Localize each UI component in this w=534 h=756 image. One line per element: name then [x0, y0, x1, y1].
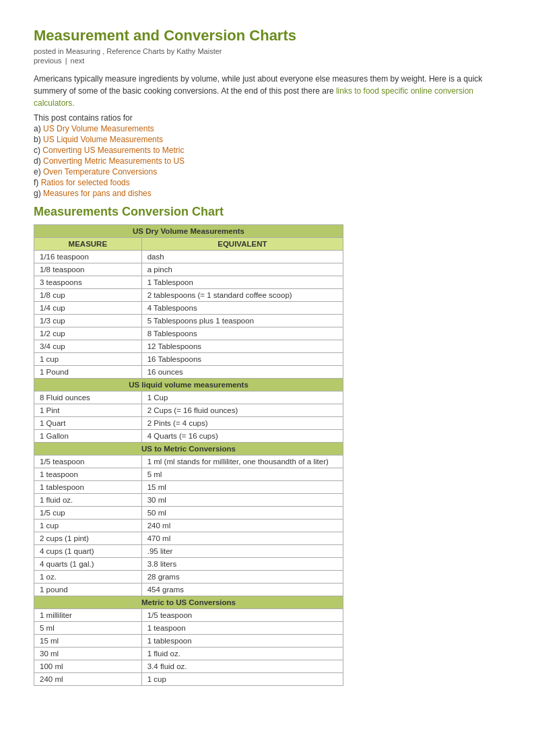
list-item-b: b) US Liquid Volume Measurements [34, 135, 500, 144]
table-row: 1/3 cup5 Tablespoons plus 1 teaspoon [34, 315, 343, 327]
table-row: 8 Fluid ounces1 Cup [34, 391, 343, 404]
col-measure-label: MEASURE [34, 238, 142, 251]
table-row: 1/4 cup4 Tablespoons [34, 302, 343, 315]
table-row: 1 Pound16 ounces [34, 366, 343, 379]
intro-paragraph: Americans typically measure ingredients … [34, 73, 500, 109]
table-row: 1/2 cup8 Tablespoons [34, 327, 343, 340]
table-row: 4 quarts (1 gal.)3.8 liters [34, 558, 343, 571]
nav-links: previous | next [34, 57, 500, 65]
section-header-dry: US Dry Volume Measurements [34, 225, 343, 238]
post-meta: posted in Measuring , Reference Charts b… [34, 47, 500, 55]
liquid-header-cell: US liquid volume measurements [34, 379, 343, 391]
list-item-a: a) US Dry Volume Measurements [34, 124, 500, 133]
table-row: 1 teaspoon5 ml [34, 468, 343, 481]
col-equivalent-label: EQUIVALENT [141, 238, 343, 251]
list-item-e: e) Oven Temperature Conversions [34, 167, 500, 177]
nav-previous[interactable]: previous [34, 57, 62, 65]
dry-header-cell: US Dry Volume Measurements [34, 225, 343, 238]
table-row: 100 ml3.4 fluid oz. [34, 660, 343, 673]
category-reference[interactable]: Reference Charts [106, 47, 164, 55]
table-row: 1 tablespoon15 ml [34, 481, 343, 494]
list-item-f: f) Ratios for selected foods [34, 178, 500, 187]
table-row: 2 cups (1 pint)470 ml [34, 532, 343, 545]
table-row: 1 pound454 grams [34, 584, 343, 596]
nav-next[interactable]: next [71, 57, 85, 65]
page-title: Measurement and Conversion Charts [34, 27, 500, 44]
table-row: 1 cup240 ml [34, 519, 343, 532]
meta-by: by Kathy Maister [167, 47, 222, 55]
table-row: 1 Quart2 Pints (= 4 cups) [34, 417, 343, 430]
table-row: 1 Gallon4 Quarts (= 16 cups) [34, 430, 343, 443]
table-row: 15 ml1 tablespoon [34, 635, 343, 648]
table-row: 240 ml1 cup [34, 673, 343, 686]
table-row: 5 ml1 teaspoon [34, 622, 343, 635]
table-row: 1/5 teaspoon1 ml (ml stands for millilit… [34, 455, 343, 468]
table-row: 30 ml1 fluid oz. [34, 648, 343, 660]
table-row: 1/5 cup50 ml [34, 507, 343, 519]
section-header-us-metric: US to Metric Conversions [34, 443, 343, 455]
table-row: 4 cups (1 quart).95 liter [34, 545, 343, 558]
table-row: 3/4 cup12 Tablespoons [34, 340, 343, 353]
section-header-liquid: US liquid volume measurements [34, 379, 343, 391]
table-row: 1/16 teaspoondash [34, 251, 343, 263]
table-row: 1 fluid oz.30 ml [34, 494, 343, 507]
conversion-table: US Dry Volume Measurements MEASURE EQUIV… [34, 224, 343, 686]
table-row: 1 milliliter1/5 teaspoon [34, 609, 343, 622]
list-item-g: g) Measures for pans and dishes [34, 189, 500, 198]
table-row: 1 cup16 Tablespoons [34, 353, 343, 366]
table-row: 1 oz.28 grams [34, 571, 343, 584]
list-item-c: c) Converting US Measurements to Metric [34, 146, 500, 155]
table-row: 3 teaspoons1 Tablespoon [34, 276, 343, 289]
contains-ratios: This post contains ratios for [34, 113, 500, 123]
nav-separator: | [65, 57, 67, 65]
meta-posted: posted in [34, 47, 64, 55]
section-header-metric-us: Metric to US Conversions [34, 596, 343, 609]
table-row: 1/8 cup2 tablespoons (= 1 standard coffe… [34, 289, 343, 302]
us-metric-header-cell: US to Metric Conversions [34, 443, 343, 455]
table-row: 1 Pint2 Cups (= 16 fluid ounces) [34, 404, 343, 417]
list-item-d: d) Converting Metric Measurements to US [34, 156, 500, 166]
list-section: This post contains ratios for a) US Dry … [34, 113, 500, 198]
table-row: 1/8 teaspoona pinch [34, 263, 343, 276]
category-measuring[interactable]: Measuring [66, 47, 100, 55]
col-header-dry: MEASURE EQUIVALENT [34, 238, 343, 251]
chart-title: Measurements Conversion Chart [34, 205, 500, 219]
metric-us-header-cell: Metric to US Conversions [34, 596, 343, 609]
